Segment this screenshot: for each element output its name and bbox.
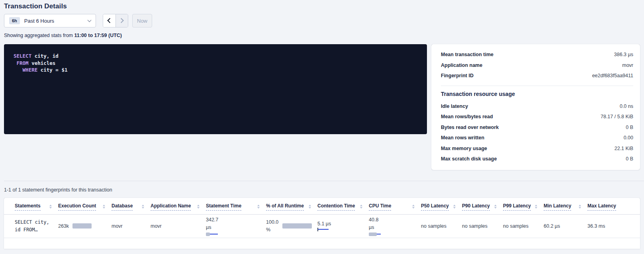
main-area: SELECT city, id FROM vehicles WHERE city…: [4, 44, 640, 170]
aggregation-caption-prefix: Showing aggregated stats from: [4, 33, 74, 38]
col-header-database[interactable]: Database: [112, 198, 151, 215]
summary-field-row: Fingerprint ID ee2df683f5aa9411: [441, 70, 633, 81]
sort-icon[interactable]: [360, 205, 362, 209]
sql-code: SELECT city, id FROM vehicles WHERE city…: [14, 53, 417, 74]
col-label[interactable]: Max Latency: [587, 203, 616, 211]
col-header-execution-count[interactable]: Execution Count: [58, 198, 112, 215]
col-header-statements[interactable]: Statements: [4, 198, 58, 215]
col-label[interactable]: P50 Latency: [421, 203, 449, 211]
col-label[interactable]: Statements: [15, 203, 41, 211]
time-range-dropdown[interactable]: 6h Past 6 Hours: [4, 14, 96, 27]
col-label[interactable]: Contention Time: [317, 203, 355, 211]
col-header-p99-latency[interactable]: P99 Latency: [503, 198, 544, 215]
runtime-pct-bar: [282, 223, 312, 229]
p99-latency-cell: no samples: [503, 214, 544, 238]
field-value: 0 B: [626, 125, 633, 130]
sort-icon[interactable]: [535, 205, 537, 209]
statements-table-card: Statements Execution Count Database Appl…: [4, 198, 640, 249]
cpu-time-bar-chart: [369, 233, 381, 236]
runtime-pct-value: 100.0: [266, 219, 278, 226]
transaction-details-page: Transaction Details 6h Past 6 Hours Now …: [0, 0, 644, 254]
min-latency-cell: 60.2 µs: [544, 214, 587, 238]
statement-row: SELECT city, id FROM… 263k movr movr 342…: [4, 214, 640, 238]
field-value: ee2df683f5aa9411: [592, 73, 633, 78]
card-divider: [441, 86, 633, 86]
col-label[interactable]: Execution Count: [58, 203, 96, 211]
resource-field-row: Mean rows written 0.00: [441, 133, 633, 143]
resource-field-row: Mean rows/bytes read 78.17 / 5.8 KiB: [441, 111, 633, 122]
contention-time-cell: 5.1 µs: [317, 214, 369, 238]
sort-icon[interactable]: [257, 205, 260, 209]
cpu-time-unit: µs: [369, 224, 415, 231]
now-button[interactable]: Now: [132, 14, 152, 27]
col-header-cpu-time[interactable]: CPU Time: [369, 198, 421, 215]
execution-count-bar: [72, 223, 92, 229]
p50-latency-cell: no samples: [421, 214, 462, 238]
col-header-contention-time[interactable]: Contention Time: [317, 198, 369, 215]
summary-field-row: Mean transaction time 386.3 µs: [441, 49, 633, 60]
statement-time-value: 342.7: [206, 216, 260, 224]
statement-fingerprint-link[interactable]: SELECT city, id FROM…: [15, 219, 53, 234]
p90-latency-cell: no samples: [462, 214, 503, 238]
contention-time-bar-chart: [317, 228, 329, 231]
sql-keyword: SELECT: [14, 53, 31, 59]
sort-icon[interactable]: [453, 205, 456, 209]
chevron-down-icon: [88, 18, 92, 22]
col-header-statement-time[interactable]: Statement Time: [206, 198, 266, 215]
col-label[interactable]: P99 Latency: [503, 203, 531, 211]
col-header-min-latency[interactable]: Min Latency: [544, 198, 587, 215]
field-label: Application name: [441, 63, 482, 68]
col-header-application-name[interactable]: Application Name: [151, 198, 206, 215]
col-header-p90-latency[interactable]: P90 Latency: [462, 198, 503, 215]
resource-usage-title: Transaction resource usage: [441, 91, 633, 97]
chevron-left-icon: [108, 18, 113, 23]
page-title: Transaction Details: [4, 2, 640, 10]
sort-icon[interactable]: [494, 205, 497, 209]
field-value: 78.17 / 5.8 KiB: [601, 114, 633, 119]
col-label[interactable]: % of All Runtime: [266, 203, 304, 211]
contention-time-value: 5.1 µs: [317, 221, 331, 227]
field-value: 386.3 µs: [614, 52, 633, 57]
col-label[interactable]: Database: [112, 203, 133, 211]
col-label[interactable]: P90 Latency: [462, 203, 490, 211]
application-name-cell: movr: [151, 214, 206, 238]
resource-field-row: Max memory usage 22.1 KiB: [441, 143, 633, 154]
statement-time-bar-chart: [206, 233, 218, 236]
col-label[interactable]: Statement Time: [206, 203, 241, 211]
col-header-runtime-pct[interactable]: % of All Runtime: [266, 198, 317, 215]
sort-icon[interactable]: [142, 205, 144, 209]
col-label[interactable]: Application Name: [151, 203, 191, 211]
field-label: Max memory usage: [441, 146, 487, 151]
sort-icon[interactable]: [309, 205, 311, 209]
field-value: 22.1 KiB: [615, 146, 633, 151]
field-value: movr: [622, 63, 633, 68]
next-time-button[interactable]: [115, 14, 128, 27]
statement-time-cell: 342.7 µs: [206, 214, 266, 238]
sort-icon[interactable]: [49, 205, 52, 209]
sort-icon[interactable]: [579, 205, 581, 209]
col-label[interactable]: Min Latency: [544, 203, 571, 211]
table-header-row: Statements Execution Count Database Appl…: [4, 198, 640, 215]
sort-icon[interactable]: [103, 205, 105, 209]
sort-icon[interactable]: [197, 205, 200, 209]
sort-icon[interactable]: [412, 205, 415, 209]
summary-field-row: Application name movr: [441, 60, 633, 71]
field-label: Fingerprint ID: [441, 73, 474, 78]
field-value: 0.00: [624, 135, 633, 141]
prev-time-button[interactable]: [103, 14, 115, 27]
statements-table-caption: 1-1 of 1 statement fingerprints for this…: [4, 187, 640, 193]
col-header-p50-latency[interactable]: P50 Latency: [421, 198, 462, 215]
sql-text: city = $1: [37, 67, 67, 73]
col-label[interactable]: CPU Time: [369, 203, 391, 211]
sql-indent: [14, 60, 17, 66]
field-label: Mean transaction time: [441, 52, 493, 57]
statement-cell[interactable]: SELECT city, id FROM…: [4, 214, 58, 238]
field-value: 0.0 ns: [620, 104, 633, 109]
max-latency-cell: 36.3 ms: [587, 214, 640, 238]
field-label: Idle latency: [441, 104, 468, 109]
transaction-summary-card: Mean transaction time 386.3 µs Applicati…: [431, 44, 640, 170]
time-range-label: Past 6 Hours: [24, 18, 54, 24]
cpu-time-value: 40.8: [369, 216, 415, 224]
cpu-time-cell: 40.8 µs: [369, 214, 421, 238]
col-header-max-latency[interactable]: Max Latency: [587, 198, 640, 215]
